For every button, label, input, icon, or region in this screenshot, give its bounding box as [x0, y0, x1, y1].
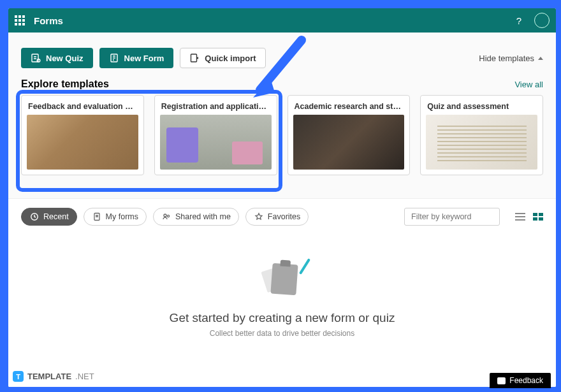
chip-label: Shared with me	[175, 212, 231, 221]
quick-import-button[interactable]: Quick import	[180, 48, 265, 68]
empty-state: Get started by creating a new form or qu…	[8, 235, 556, 387]
star-icon	[254, 212, 264, 222]
template-grid: Feedback and evaluation su... Registrati…	[21, 95, 543, 175]
empty-illustration	[260, 260, 305, 298]
new-form-button[interactable]: New Form	[99, 48, 174, 68]
template-title: Registration and application...	[155, 96, 277, 115]
templates-wrap: Feedback and evaluation su... Registrati…	[8, 95, 556, 198]
template-thumbnail	[293, 115, 405, 170]
chip-label: My forms	[106, 212, 138, 221]
app-title: Forms	[34, 15, 63, 26]
filter-input[interactable]	[404, 208, 500, 226]
watermark-badge-icon: T	[13, 371, 24, 382]
watermark-suffix: .NET	[75, 372, 94, 381]
svg-point-6	[164, 214, 166, 217]
chip-my-forms[interactable]: My forms	[84, 208, 147, 226]
chat-icon	[497, 377, 506, 384]
template-card[interactable]: Quiz and assessment	[420, 95, 543, 175]
templates-heading: Explore templates	[21, 78, 109, 90]
watermark: T TEMPLATE.NET	[13, 371, 94, 382]
svg-point-7	[167, 215, 169, 217]
filter-row: Recent My forms Shared with me Favorites	[8, 199, 556, 235]
view-all-link[interactable]: View all	[514, 80, 543, 89]
chip-label: Recent	[43, 212, 69, 221]
template-title: Feedback and evaluation su...	[22, 96, 143, 115]
hide-templates-toggle[interactable]: Hide templates	[479, 54, 543, 63]
template-title: Quiz and assessment	[421, 96, 543, 115]
content-area: Recent My forms Shared with me Favorites	[8, 198, 556, 387]
new-quiz-button[interactable]: New Quiz	[21, 48, 93, 68]
template-thumbnail	[160, 115, 272, 170]
new-form-label: New Form	[124, 54, 164, 63]
top-bar: Forms ?	[8, 8, 556, 33]
template-card[interactable]: Registration and application...	[154, 95, 277, 175]
svg-rect-3	[191, 54, 197, 62]
new-quiz-label: New Quiz	[46, 54, 84, 63]
template-thumbnail	[27, 115, 138, 170]
template-card[interactable]: Academic research and study	[288, 95, 411, 175]
action-bar: New Quiz New Form Quick import Hide temp…	[8, 33, 556, 78]
template-thumbnail	[426, 115, 537, 170]
app-launcher-icon[interactable]	[15, 15, 25, 25]
document-icon	[92, 212, 102, 222]
form-icon	[109, 53, 119, 63]
clock-icon	[29, 212, 40, 222]
list-view-icon[interactable]	[515, 213, 525, 221]
app-frame: Forms ? New Quiz New Form Quick import H…	[8, 8, 556, 387]
chip-label: Favorites	[268, 212, 300, 221]
quick-import-label: Quick import	[205, 54, 256, 63]
template-card[interactable]: Feedback and evaluation su...	[21, 95, 144, 175]
import-icon	[189, 53, 200, 63]
people-icon	[161, 212, 171, 222]
chip-favorites[interactable]: Favorites	[245, 208, 309, 226]
template-title: Academic research and study	[288, 96, 410, 115]
chevron-up-icon	[538, 57, 543, 60]
quiz-icon	[31, 53, 41, 63]
chip-shared[interactable]: Shared with me	[153, 208, 239, 226]
view-toggle	[515, 213, 543, 221]
feedback-label: Feedback	[509, 376, 543, 385]
templates-header: Explore templates View all	[8, 78, 556, 95]
help-button[interactable]: ?	[516, 15, 521, 26]
account-avatar[interactable]	[534, 13, 550, 28]
hide-templates-label: Hide templates	[479, 54, 534, 63]
empty-subtext: Collect better data to drive better deci…	[210, 329, 354, 338]
feedback-button[interactable]: Feedback	[490, 373, 551, 388]
watermark-brand: TEMPLATE	[27, 372, 71, 381]
chip-recent[interactable]: Recent	[21, 208, 77, 226]
grid-view-icon[interactable]	[533, 213, 543, 221]
empty-heading: Get started by creating a new form or qu…	[170, 311, 395, 325]
